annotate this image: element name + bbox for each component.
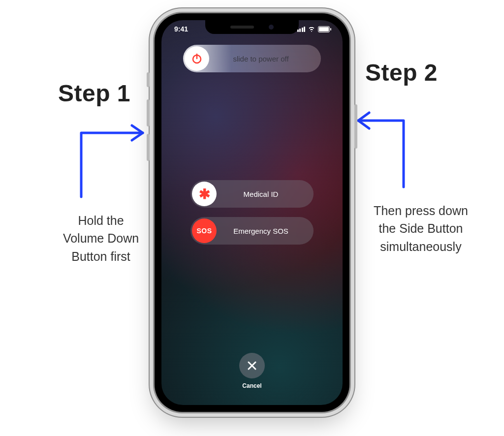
asterisk-icon: ✱ xyxy=(199,186,210,202)
medical-id-label: Medical ID xyxy=(218,190,314,198)
mute-switch[interactable] xyxy=(147,72,150,87)
cancel-label: Cancel xyxy=(239,382,265,389)
sos-icon: SOS xyxy=(196,227,212,235)
battery-icon xyxy=(318,26,330,32)
signal-icon xyxy=(297,27,306,32)
step2-caption: Then press downthe Side Buttonsimultaneo… xyxy=(364,202,477,255)
power-off-slider[interactable]: slide to power off xyxy=(183,45,321,72)
step1-title: Step 1 xyxy=(58,80,130,107)
status-bar: 9:41 xyxy=(161,24,343,34)
phone-screen: 9:41 slide to power off ✱ Medical ID xyxy=(161,20,343,405)
status-time: 9:41 xyxy=(174,25,188,33)
cancel-group: Cancel xyxy=(239,353,265,389)
volume-up-button[interactable] xyxy=(147,99,150,126)
emergency-sos-slider[interactable]: SOS Emergency SOS xyxy=(190,217,314,245)
close-icon xyxy=(247,360,257,371)
wifi-icon xyxy=(308,26,315,32)
medical-id-knob[interactable]: ✱ xyxy=(192,182,217,206)
emergency-sos-label: Emergency SOS xyxy=(218,227,314,235)
step1-caption: Hold theVolume DownButton first xyxy=(44,212,158,265)
volume-down-button[interactable] xyxy=(147,134,150,161)
side-button[interactable] xyxy=(354,104,357,149)
power-off-knob[interactable] xyxy=(185,46,209,71)
medical-id-slider[interactable]: ✱ Medical ID xyxy=(190,180,314,208)
phone-frame: 9:41 slide to power off ✱ Medical ID xyxy=(155,13,349,412)
power-icon xyxy=(191,53,203,64)
cancel-button[interactable] xyxy=(239,353,265,378)
step1-arrow-icon xyxy=(69,111,158,204)
step2-title: Step 2 xyxy=(365,59,438,86)
power-off-label: slide to power off xyxy=(211,55,321,63)
emergency-sos-knob[interactable]: SOS xyxy=(192,218,217,243)
step2-arrow-icon xyxy=(349,91,423,194)
